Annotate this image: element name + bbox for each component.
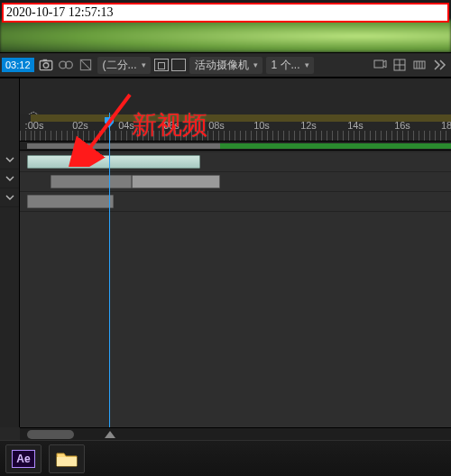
exposure-icon[interactable] xyxy=(78,57,94,73)
transparency-grid-icon[interactable] xyxy=(171,59,186,71)
track-row[interactable] xyxy=(20,252,451,271)
video-clip[interactable] xyxy=(132,175,220,188)
taskbar-app-aftereffects[interactable]: Ae xyxy=(5,444,41,473)
track-row[interactable] xyxy=(20,390,451,410)
timestamp-overlay: 2020-10-17 12:57:13 xyxy=(2,3,449,23)
camera-label: 活动摄像机 xyxy=(195,58,249,73)
tick-label: 12s xyxy=(300,120,317,131)
chevron-down-icon: ▾ xyxy=(253,60,258,69)
snapshot-icon[interactable] xyxy=(38,57,54,73)
track-row[interactable] xyxy=(20,371,451,390)
preview-fragment xyxy=(0,20,451,52)
timecode-readout[interactable]: 03:12 xyxy=(2,58,34,72)
tick-label: 10s xyxy=(253,120,270,131)
channel-icon[interactable] xyxy=(58,57,74,73)
annotation-label: 新视频 xyxy=(132,108,207,142)
tick-label: 18 xyxy=(441,120,451,131)
timeline-zoom-scroll[interactable] xyxy=(20,427,451,440)
view-count-dropdown[interactable]: 1 个... ▾ xyxy=(266,57,314,74)
preview-toolbar: 03:12 (二分... ▾ 活动摄像机 ▾ 1 个... ▾ xyxy=(0,52,451,78)
svg-rect-0 xyxy=(40,61,52,70)
taskbar-app-explorer[interactable] xyxy=(49,444,85,473)
svg-rect-2 xyxy=(42,60,47,61)
layout-buttons xyxy=(154,59,186,71)
svg-rect-10 xyxy=(57,457,77,466)
video-clip[interactable] xyxy=(27,195,114,208)
svg-rect-6 xyxy=(374,60,383,68)
view-count-label: 1 个... xyxy=(272,58,300,73)
track-row[interactable] xyxy=(20,291,451,311)
ae-app-icon: Ae xyxy=(12,450,35,468)
tracks-area[interactable] xyxy=(20,152,451,427)
video-clip[interactable] xyxy=(51,175,132,188)
view-options-icon[interactable] xyxy=(372,57,388,73)
svg-point-1 xyxy=(43,63,49,69)
track-row[interactable] xyxy=(20,172,451,192)
grid-icon[interactable] xyxy=(391,57,408,73)
track-row[interactable] xyxy=(20,351,451,371)
resolution-label: (二分... xyxy=(103,58,137,73)
track-row[interactable] xyxy=(20,192,451,212)
track-row[interactable] xyxy=(20,311,451,331)
pixel-aspect-icon[interactable] xyxy=(411,57,428,73)
windows-taskbar: Ae xyxy=(0,440,451,476)
svg-line-9 xyxy=(87,95,130,152)
layer-toggle[interactable] xyxy=(0,151,19,169)
track-row[interactable] xyxy=(20,212,451,232)
folder-icon xyxy=(55,450,78,468)
fast-preview-icon[interactable] xyxy=(431,57,447,73)
timeline-gutter xyxy=(0,78,20,427)
tick-label: 16s xyxy=(394,120,410,131)
track-row[interactable] xyxy=(20,232,451,252)
track-row[interactable] xyxy=(20,271,451,291)
region-of-interest-icon[interactable] xyxy=(154,59,169,71)
chevron-down-icon: ▾ xyxy=(142,60,146,69)
track-row[interactable] xyxy=(20,331,451,351)
layer-toggle[interactable] xyxy=(0,169,19,188)
timestamp-text: 2020-10-17 12:57:13 xyxy=(6,5,114,19)
resolution-dropdown[interactable]: (二分... ▾ xyxy=(97,57,151,74)
tick-label: :00s xyxy=(25,120,44,131)
camera-dropdown[interactable]: 活动摄像机 ▾ xyxy=(189,57,262,74)
playhead-line[interactable] xyxy=(109,142,110,427)
tick-label: 08s xyxy=(208,120,225,131)
scroll-thumb[interactable] xyxy=(27,430,74,439)
tick-label: 14s xyxy=(347,120,364,131)
layer-toggle[interactable] xyxy=(0,188,19,207)
work-area-rendered xyxy=(220,143,451,149)
annotation-arrow xyxy=(58,89,139,167)
chevron-down-icon: ▾ xyxy=(305,60,309,69)
zoom-slider-icon[interactable] xyxy=(105,431,115,438)
